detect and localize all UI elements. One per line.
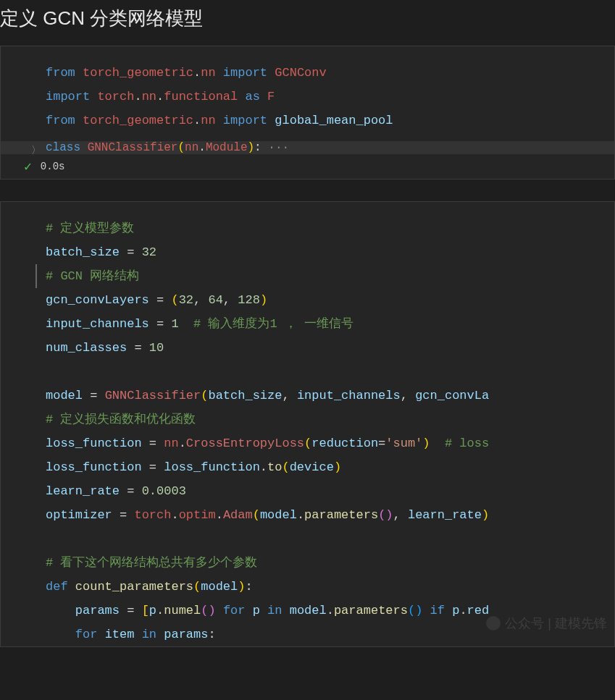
variable: p (253, 604, 260, 617)
submodule: nn (142, 90, 156, 104)
keyword: in (142, 628, 156, 641)
variable: input_channels (46, 317, 149, 331)
code-cell-1[interactable]: from torch_geometric.nn import GCNConv i… (0, 46, 615, 180)
wechat-icon (486, 616, 501, 631)
function-def: count_parameters (75, 580, 193, 594)
variable: p (452, 604, 459, 617)
variable: num_classes (46, 341, 127, 355)
module: torch_geometric (83, 114, 193, 127)
comment: # 看下这个网络结构总共有多少个参数 (46, 556, 257, 570)
class-name: GCNConv (275, 66, 326, 80)
param: model (201, 580, 238, 594)
arg: device (290, 460, 334, 474)
checkmark-icon: ✓ (24, 159, 32, 174)
keyword: if (430, 604, 445, 617)
class-call: GNNClassifier (105, 389, 201, 402)
variable: params (164, 628, 208, 641)
keyword: class (46, 141, 80, 154)
class-name: GNNClassifier (88, 141, 178, 154)
keyword: import (223, 66, 267, 80)
arg: batch_size (208, 389, 282, 402)
comment: # 定义模型参数 (46, 222, 134, 235)
variable: loss_function (46, 437, 142, 450)
variable: loss_function (46, 460, 142, 474)
alias: F (267, 90, 275, 104)
method: parameters (304, 508, 378, 522)
variable: model (46, 389, 83, 402)
base-module: nn (185, 141, 198, 154)
keyword: as (245, 90, 259, 104)
class-call: Adam (223, 508, 253, 522)
variable: model (290, 604, 327, 617)
number: 128 (238, 293, 260, 307)
code-cell-2[interactable]: # 定义模型参数 batch_size = 32 # GCN 网络结构 gcn_… (0, 201, 615, 647)
module: torch_geometric (83, 66, 193, 80)
method: to (267, 460, 282, 474)
number: 1 (171, 317, 178, 331)
keyword: def (46, 580, 68, 594)
collapsed-class-row[interactable]: 〉class GNNClassifier(nn.Module): ··· (1, 141, 614, 154)
chevron-right-icon[interactable]: 〉 (31, 144, 41, 157)
variable: params (75, 604, 120, 617)
arg: gcn_convLa (415, 389, 489, 402)
keyword: for (75, 628, 98, 641)
number: 32 (142, 245, 156, 259)
keyword: import (46, 90, 90, 104)
code-content-2: # 定义模型参数 batch_size = 32 # GCN 网络结构 gcn_… (1, 202, 614, 646)
arg: learn_rate (408, 508, 482, 522)
method: parameters (334, 604, 408, 617)
kwarg: reduction (311, 437, 378, 450)
method: numel (164, 604, 201, 617)
variable: gcn_convLayers (46, 293, 149, 307)
execution-status: ✓ 0.0s (1, 154, 614, 179)
submodule: optim (179, 508, 216, 522)
variable: optimizer (46, 508, 112, 522)
number: 64 (208, 293, 222, 307)
variable: p (149, 604, 156, 617)
string: 'sum' (385, 437, 422, 450)
submodule: nn (201, 114, 215, 127)
arg: model (260, 508, 297, 522)
section-title: 定义 GCN 分类网络模型 (0, 0, 615, 46)
submodule: functional (164, 90, 238, 104)
comment: # GCN 网络结构 (46, 269, 139, 283)
number: 0.0003 (142, 484, 186, 498)
number: 10 (149, 341, 164, 355)
module: torch (134, 508, 171, 522)
code-content-1: from torch_geometric.nn import GCNConv i… (1, 46, 614, 141)
number: 32 (179, 293, 193, 307)
base-class: Module (206, 141, 248, 154)
keyword: from (46, 66, 75, 80)
comment: # 输入维度为1 ， 一维信号 (193, 317, 353, 331)
import-name: global_mean_pool (275, 114, 393, 127)
keyword: import (223, 114, 267, 127)
variable: batch_size (46, 245, 120, 259)
keyword: in (267, 604, 282, 617)
keyword: from (46, 114, 75, 127)
comment: # 定义损失函数和优化函数 (46, 413, 196, 426)
variable: learn_rate (46, 484, 120, 498)
execution-time: 0.0s (41, 161, 65, 172)
ellipsis-icon[interactable]: ··· (268, 141, 289, 154)
module: nn (164, 437, 178, 450)
variable: loss_function (164, 460, 260, 474)
watermark-text: 公众号 | 建模先锋 (505, 615, 607, 632)
watermark: 公众号 | 建模先锋 (486, 615, 607, 632)
comment: # loss (445, 437, 489, 450)
keyword: for (223, 604, 246, 617)
class-call: CrossEntropyLoss (186, 437, 304, 450)
module: torch (97, 90, 134, 104)
arg: input_channels (297, 389, 401, 402)
submodule: nn (201, 66, 215, 80)
variable: item (105, 628, 135, 641)
